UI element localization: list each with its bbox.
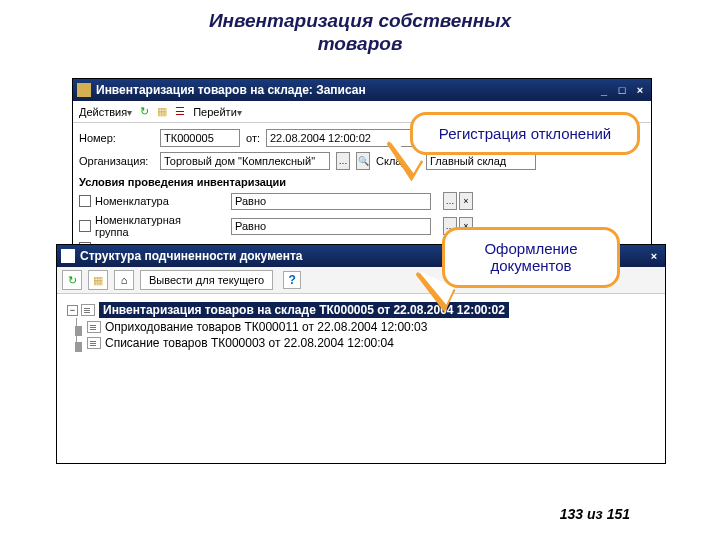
slide-title: Инвентаризация собственных товаров (0, 0, 720, 64)
tree-child-text: Списание товаров ТК000003 от 22.08.2004 … (105, 336, 394, 350)
expand-icon[interactable]: − (67, 305, 78, 316)
group-checkbox[interactable] (79, 220, 91, 232)
nomen-select[interactable]: … (443, 192, 457, 210)
group-value[interactable]: Равно (231, 218, 431, 235)
tree-child-row[interactable]: Списание товаров ТК000003 от 22.08.2004 … (87, 336, 655, 350)
refresh-icon[interactable]: ↻ (62, 270, 82, 290)
section-label: Условия проведения инвентаризации (79, 176, 645, 188)
callout-line2: документов (490, 257, 571, 274)
document-icon (81, 304, 95, 316)
title-line1: Инвентаризация собственных (209, 10, 511, 31)
num-input[interactable]: ТК000005 (160, 129, 240, 147)
window-buttons: × (647, 250, 661, 262)
nomen-checkbox[interactable] (79, 195, 91, 207)
titlebar[interactable]: Инвентаризация товаров на складе: Записа… (73, 79, 651, 101)
toolbar-icon[interactable]: ▦ (157, 105, 167, 118)
nomen-value[interactable]: Равно (231, 193, 431, 210)
document-icon (87, 337, 101, 349)
nomen-label: Номенклатура (95, 195, 215, 207)
group-label: Номенклатурная группа (95, 214, 215, 238)
page-of: из (587, 506, 603, 522)
goto-menu[interactable]: Перейти▾ (193, 106, 242, 118)
page-total: 151 (607, 506, 630, 522)
callout-registration: Регистрация отклонений (410, 112, 640, 155)
callout-line1: Оформление (484, 240, 577, 257)
doc-icon[interactable]: ▦ (88, 270, 108, 290)
tree-icon[interactable]: ⌂ (114, 270, 134, 290)
date-label: от: (246, 132, 260, 144)
org-select-button[interactable]: … (336, 152, 350, 170)
window-title: Инвентаризация товаров на складе: Записа… (96, 83, 597, 97)
document-icon (87, 321, 101, 333)
maximize-button[interactable]: □ (615, 84, 629, 96)
window-buttons: _ □ × (597, 84, 647, 96)
help-icon[interactable]: ? (283, 271, 301, 289)
title-line2: товаров (318, 33, 403, 54)
tree-root-row[interactable]: − Инвентаризация товаров на складе ТК000… (67, 302, 655, 318)
window-icon (77, 83, 91, 97)
nomen-clear[interactable]: × (459, 192, 473, 210)
callout-documents: Оформление документов (442, 227, 620, 288)
output-current-button[interactable]: Вывести для текущего (140, 270, 273, 290)
org-search-button[interactable]: 🔍 (356, 152, 370, 170)
tree-child-row[interactable]: Оприходование товаров ТК000011 от 22.08.… (87, 320, 655, 334)
tree-child-text: Оприходование товаров ТК000011 от 22.08.… (105, 320, 427, 334)
close-button[interactable]: × (633, 84, 647, 96)
minimize-button[interactable]: _ (597, 84, 611, 96)
window-icon (61, 249, 75, 263)
num-label: Номер: (79, 132, 154, 144)
tree-area: − Инвентаризация товаров на складе ТК000… (57, 294, 665, 358)
close-button[interactable]: × (647, 250, 661, 262)
page-counter: 133 из 151 (560, 506, 630, 522)
org-input[interactable]: Торговый дом "Комплексный" (160, 152, 330, 170)
actions-menu[interactable]: Действия▾ (79, 106, 132, 118)
toolbar-icon[interactable]: ↻ (140, 105, 149, 118)
toolbar-icon[interactable]: ☰ (175, 105, 185, 118)
org-label: Организация: (79, 155, 154, 167)
page-current: 133 (560, 506, 583, 522)
